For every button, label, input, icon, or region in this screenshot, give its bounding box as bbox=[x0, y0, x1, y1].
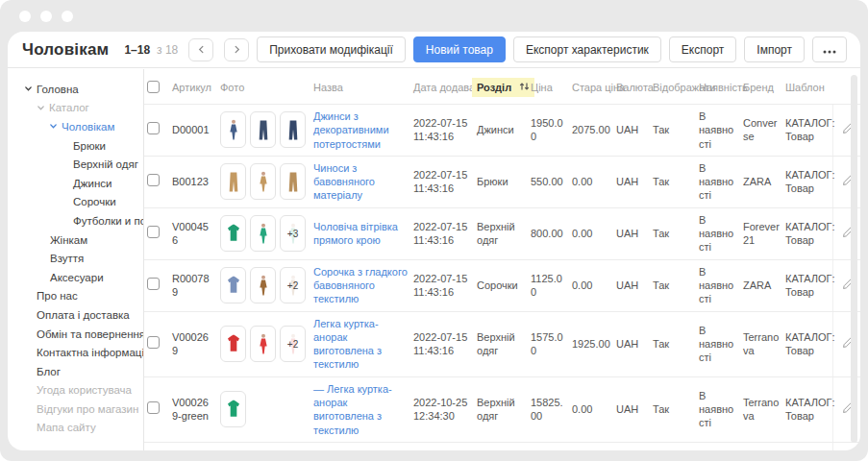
photo-thumb[interactable] bbox=[220, 163, 246, 200]
product-old-price: 1925.00 bbox=[569, 311, 613, 376]
window-minimize-dot[interactable] bbox=[40, 11, 52, 22]
product-name-link[interactable]: Джинси з декоративними потертостями bbox=[313, 109, 408, 151]
product-availability: В наявності bbox=[696, 376, 740, 442]
row-checkbox[interactable] bbox=[147, 174, 160, 186]
sidebar-item-label: Футболки и поло bbox=[73, 215, 144, 227]
row-checkbox[interactable] bbox=[147, 278, 160, 290]
row-checkbox[interactable] bbox=[147, 401, 160, 414]
sidebar-item-взуття[interactable]: Взуття bbox=[8, 249, 143, 268]
row-checkbox[interactable] bbox=[147, 336, 160, 349]
new-product-button[interactable]: Новий товар bbox=[413, 36, 506, 62]
select-all-checkbox[interactable] bbox=[147, 81, 160, 93]
sidebar-item-label: Сорочки bbox=[73, 196, 116, 207]
product-photos-cell: +2 bbox=[217, 311, 310, 376]
sidebar-item-джинси[interactable]: Джинси bbox=[8, 174, 143, 193]
sidebar-item-угода-користувача[interactable]: Угода користувача bbox=[8, 381, 143, 400]
column-header-name[interactable]: Назва bbox=[310, 69, 410, 105]
table-row: D00001Джинси з декоративними потертостям… bbox=[144, 105, 860, 157]
sidebar-item-блог[interactable]: Блог bbox=[8, 362, 143, 381]
photo-thumb[interactable] bbox=[250, 267, 276, 303]
sidebar-item-сорочки[interactable]: Сорочки bbox=[8, 193, 143, 212]
product-name-link[interactable]: — Легка куртка-анорак виготовлена з текс… bbox=[313, 382, 408, 437]
photo-thumb[interactable] bbox=[250, 215, 276, 252]
photo-more-thumb[interactable]: +2 bbox=[280, 326, 306, 362]
prev-page-button[interactable] bbox=[188, 38, 213, 61]
sidebar-item-каталог[interactable]: Каталог bbox=[8, 99, 143, 118]
product-availability: В наявності bbox=[696, 207, 740, 259]
column-header-category[interactable]: Розділ bbox=[474, 69, 528, 105]
photo-more-thumb[interactable]: +2 bbox=[280, 267, 306, 303]
product-name-link[interactable]: Чиноси з бавовняного матеріалу bbox=[313, 161, 408, 203]
table-row: V000269-green— Легка куртка-анорак вигот… bbox=[144, 376, 860, 442]
photo-thumb[interactable] bbox=[280, 111, 306, 148]
product-category: Верхній одяг bbox=[474, 311, 528, 376]
date-line: 2022-07-15 bbox=[413, 330, 471, 344]
product-date-added: 2022-07-1511:43:16 bbox=[410, 207, 474, 259]
date-line: 2022-07-15 bbox=[413, 116, 471, 130]
product-currency: UAH bbox=[613, 376, 650, 442]
sidebar-item-головна[interactable]: Головна bbox=[8, 80, 143, 99]
sidebar-item-аксесуари[interactable]: Аксесуари bbox=[8, 268, 143, 287]
photo-thumb[interactable] bbox=[280, 163, 306, 200]
product-name-link[interactable]: Чоловіча вітрівка прямого крою bbox=[313, 220, 408, 248]
photo-thumb[interactable] bbox=[220, 391, 246, 427]
export-button[interactable]: Експорт bbox=[669, 36, 736, 62]
sidebar-item-обмін-та-повернення[interactable]: Обмін та повернення bbox=[8, 325, 143, 344]
sidebar-item-жінкам[interactable]: Жінкам bbox=[8, 230, 143, 250]
product-template: КАТАЛОГ:Товар bbox=[782, 311, 832, 376]
photo-thumb[interactable] bbox=[250, 326, 276, 362]
sidebar-item-верхній-одяг[interactable]: Верхній одяг bbox=[8, 155, 143, 174]
photo-thumb[interactable] bbox=[220, 326, 246, 362]
column-header-availability[interactable]: Наявність bbox=[696, 69, 740, 105]
product-price: 1125.00 bbox=[528, 259, 569, 311]
sidebar-item-мапа-сайту[interactable]: Мапа сайту bbox=[8, 419, 143, 438]
column-header-old_price[interactable]: Стара ціна bbox=[569, 69, 613, 105]
vertical-scrollbar[interactable] bbox=[851, 75, 857, 443]
sidebar-item-label: Контактна інформація bbox=[37, 347, 144, 358]
date-line: 11:43:16 bbox=[413, 285, 471, 299]
column-header-display[interactable]: Відображати bbox=[650, 69, 696, 105]
photo-thumb[interactable] bbox=[220, 267, 246, 303]
template-line: КАТАЛОГ: bbox=[785, 396, 830, 409]
sidebar-item-футболки-и-поло[interactable]: Футболки и поло bbox=[8, 211, 143, 230]
product-template: КАТАЛОГ:Товар bbox=[782, 156, 832, 207]
product-category: Сорочки bbox=[474, 442, 528, 450]
sidebar-item-оплата-і-доставка[interactable]: Оплата і доставка bbox=[8, 305, 143, 325]
window-close-dot[interactable] bbox=[19, 11, 31, 22]
column-header-price[interactable]: Ціна bbox=[528, 69, 569, 105]
sidebar-item-контактна-інформація[interactable]: Контактна інформація bbox=[8, 343, 143, 362]
column-header-currency[interactable]: Валюта bbox=[613, 69, 650, 105]
sidebar-item-брюки[interactable]: Брюки bbox=[8, 136, 143, 156]
product-name-link[interactable]: Легка куртка-анорак виготовлена з тексти… bbox=[313, 317, 408, 372]
row-checkbox[interactable] bbox=[147, 226, 160, 238]
import-button[interactable]: Імпорт bbox=[744, 36, 805, 62]
photo-more-thumb[interactable]: +3 bbox=[280, 215, 306, 252]
more-actions-button[interactable] bbox=[812, 36, 847, 62]
sidebar-item-про-нас[interactable]: Про нас bbox=[8, 287, 143, 306]
template-line: КАТАЛОГ: bbox=[785, 330, 830, 344]
photo-thumb[interactable] bbox=[250, 163, 276, 200]
product-name-link[interactable]: Сорочка з бавовняного матеріалу притален… bbox=[313, 448, 408, 450]
product-template: КАТАЛОГ:Товар bbox=[782, 376, 832, 442]
column-header-artikul[interactable]: Артикул bbox=[169, 69, 217, 105]
photo-thumb[interactable] bbox=[250, 111, 276, 148]
next-page-button[interactable] bbox=[224, 38, 249, 61]
sort-icon[interactable] bbox=[519, 82, 530, 93]
window-maximize-dot[interactable] bbox=[62, 11, 73, 22]
sidebar-item-label: Мапа сайту bbox=[37, 422, 96, 433]
column-header-photo[interactable]: Фото bbox=[217, 69, 310, 105]
product-name-link[interactable]: Сорочка з гладкого бавовняного текстилю bbox=[313, 265, 408, 306]
row-checkbox[interactable] bbox=[147, 122, 160, 134]
sidebar-item-чоловікам[interactable]: Чоловікам bbox=[8, 117, 143, 136]
photo-thumb[interactable] bbox=[220, 215, 246, 252]
hide-modifications-button[interactable]: Приховати модифікації bbox=[257, 36, 406, 62]
column-header-template[interactable]: Шаблон bbox=[782, 69, 832, 105]
sidebar-item-label: Про нас bbox=[37, 290, 78, 302]
column-header-brand[interactable]: Бренд bbox=[740, 69, 782, 105]
sidebar-item-відгуки-про-магазин[interactable]: Відгуки про магазин bbox=[8, 400, 143, 419]
column-header-added[interactable]: Дата додавання bbox=[410, 69, 474, 105]
photo-thumb[interactable] bbox=[220, 111, 246, 148]
sidebar-item-label: Верхній одяг bbox=[73, 158, 138, 170]
select-all-column-header bbox=[144, 69, 169, 105]
export-characteristics-button[interactable]: Експорт характеристик bbox=[513, 36, 661, 62]
